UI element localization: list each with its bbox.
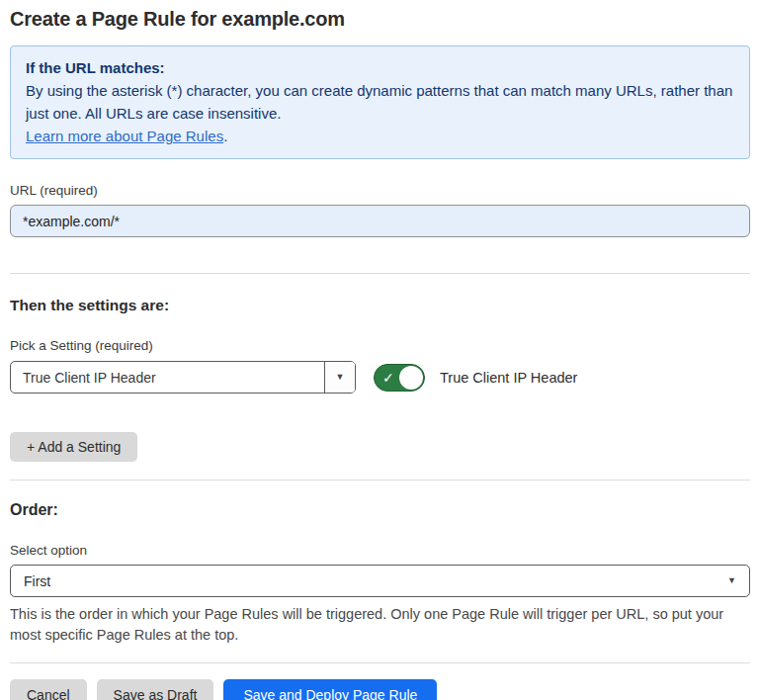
link-suffix: . <box>223 128 227 144</box>
page-rules-link[interactable]: Learn more about Page Rules <box>26 128 223 144</box>
order-heading: Order: <box>10 501 750 519</box>
setting-dropdown[interactable]: True Client IP Header ▼ <box>10 361 356 394</box>
order-select-label: Select option <box>10 543 750 558</box>
dropdown-arrow-button[interactable]: ▼ <box>324 362 355 393</box>
info-box-body: By using the asterisk (*) character, you… <box>26 79 734 147</box>
setting-row: True Client IP Header ▼ ✓ True Client IP… <box>10 361 750 394</box>
setting-picker-label: Pick a Setting (required) <box>10 338 750 353</box>
order-help-text: This is the order in which your Page Rul… <box>10 604 743 646</box>
order-select-value: First <box>24 573 50 589</box>
toggle-label: True Client IP Header <box>440 370 577 386</box>
cancel-button[interactable]: Cancel <box>10 679 87 700</box>
add-setting-button[interactable]: + Add a Setting <box>10 432 137 462</box>
chevron-down-icon: ▼ <box>727 576 736 585</box>
toggle-knob[interactable] <box>399 366 423 390</box>
url-match-info-box: If the URL matches: By using the asteris… <box>10 45 750 159</box>
info-box-heading: If the URL matches: <box>26 56 734 79</box>
divider <box>10 662 750 663</box>
order-select[interactable]: First ▼ <box>10 565 750 597</box>
footer-actions: Cancel Save as Draft Save and Deploy Pag… <box>10 679 750 700</box>
divider <box>10 273 750 274</box>
divider <box>10 480 750 481</box>
page-title: Create a Page Rule for example.com <box>10 8 750 31</box>
chevron-down-icon: ▼ <box>336 373 345 382</box>
check-icon: ✓ <box>382 370 394 384</box>
url-field-label: URL (required) <box>10 183 750 198</box>
save-draft-button[interactable]: Save as Draft <box>97 679 214 700</box>
settings-heading: Then the settings are: <box>10 297 750 314</box>
url-input[interactable] <box>10 205 750 237</box>
info-box-body-text: By using the asterisk (*) character, you… <box>26 82 732 122</box>
save-deploy-button[interactable]: Save and Deploy Page Rule <box>223 679 437 700</box>
setting-dropdown-value: True Client IP Header <box>11 362 324 393</box>
setting-toggle[interactable]: ✓ <box>374 364 425 392</box>
page-rule-form: Create a Page Rule for example.com If th… <box>0 0 760 700</box>
